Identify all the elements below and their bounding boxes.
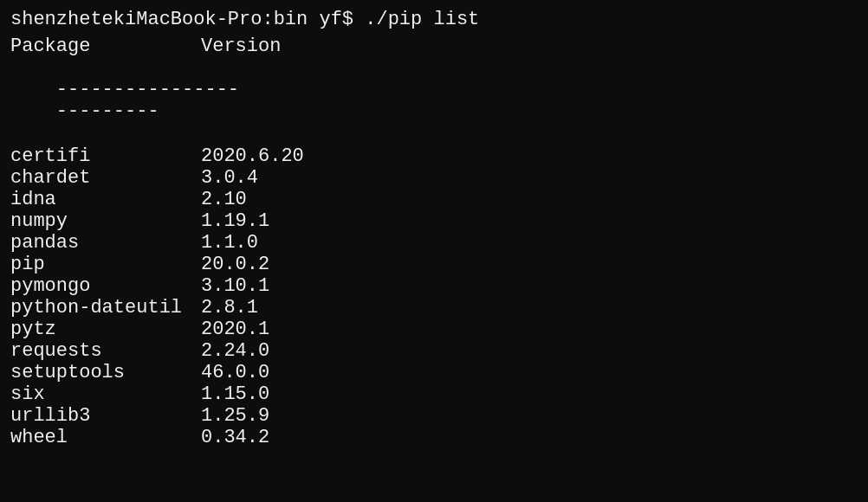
- table-row: urllib31.25.9: [10, 405, 858, 427]
- table-row: pymongo3.10.1: [10, 275, 858, 297]
- package-version: 1.25.9: [201, 405, 269, 427]
- package-name: requests: [10, 340, 201, 362]
- package-name: idna: [10, 189, 201, 210]
- terminal-window: shenzhetekiMacBook-Pro:bin yf$ ./pip lis…: [0, 0, 868, 502]
- package-name: urllib3: [10, 405, 201, 427]
- table-row: chardet3.0.4: [10, 167, 858, 189]
- table-row: requests2.24.0: [10, 340, 858, 362]
- command-line: shenzhetekiMacBook-Pro:bin yf$ ./pip lis…: [10, 9, 858, 30]
- table-row: six1.15.0: [10, 383, 858, 405]
- package-version: 2.10: [201, 189, 247, 210]
- table-row: idna2.10: [10, 189, 858, 210]
- package-version: 1.19.1: [201, 210, 269, 232]
- package-name: six: [10, 383, 201, 405]
- separator-package: ----------------: [56, 79, 247, 100]
- package-name: wheel: [10, 427, 201, 448]
- table-row: certifi2020.6.20: [10, 145, 858, 167]
- package-name: numpy: [10, 210, 201, 232]
- package-name: pymongo: [10, 275, 201, 297]
- package-version: 1.1.0: [201, 232, 258, 254]
- package-version: 20.0.2: [201, 254, 269, 275]
- package-name: pytz: [10, 319, 201, 340]
- package-version: 2020.6.20: [201, 145, 304, 167]
- table-row: pip20.0.2: [10, 254, 858, 275]
- package-version: 46.0.0: [201, 362, 269, 383]
- table-row: python-dateutil2.8.1: [10, 297, 858, 319]
- table-header: Package Version: [10, 35, 858, 57]
- package-name: pandas: [10, 232, 201, 254]
- table-row: pytz2020.1: [10, 319, 858, 340]
- package-header-label: Package: [10, 35, 201, 57]
- package-name: chardet: [10, 167, 201, 189]
- separator-version: ---------: [56, 100, 159, 122]
- package-version: 1.15.0: [201, 383, 269, 405]
- package-version: 2020.1: [201, 319, 269, 340]
- table-row: pandas1.1.0: [10, 232, 858, 254]
- package-name: certifi: [10, 145, 201, 167]
- package-name: setuptools: [10, 362, 201, 383]
- table-row: numpy1.19.1: [10, 210, 858, 232]
- version-header-label: Version: [201, 35, 281, 57]
- package-version: 0.34.2: [201, 427, 269, 448]
- table-row: wheel0.34.2: [10, 427, 858, 448]
- package-name: python-dateutil: [10, 297, 201, 319]
- package-list: certifi2020.6.20chardet3.0.4idna2.10nump…: [10, 145, 858, 448]
- package-version: 2.8.1: [201, 297, 258, 319]
- package-name: pip: [10, 254, 201, 275]
- package-version: 3.0.4: [201, 167, 258, 189]
- package-version: 3.10.1: [201, 275, 269, 297]
- table-row: setuptools46.0.0: [10, 362, 858, 383]
- package-version: 2.24.0: [201, 340, 269, 362]
- separator-line: ---------------- ---------: [10, 57, 858, 144]
